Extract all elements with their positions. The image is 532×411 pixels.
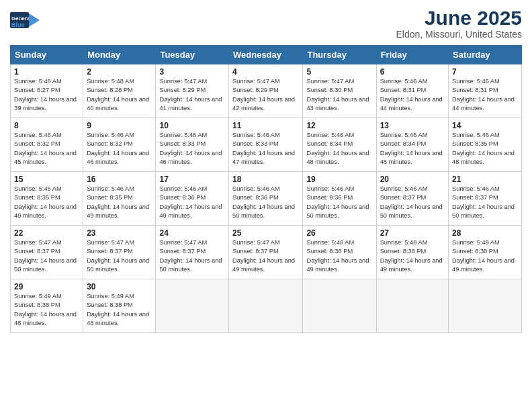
day-cell: 10 Sunrise: 5:46 AM Sunset: 8:33 PM Dayl… [156,118,229,172]
sunset-label: Sunset: 8:37 PM [14,248,60,255]
daylight-label: Daylight: 14 hours and 43 minutes. [306,96,369,111]
day-number: 10 [159,121,225,130]
sunset-label: Sunset: 8:38 PM [14,302,60,308]
day-info: Sunrise: 5:46 AM Sunset: 8:31 PM Dayligh… [452,77,518,113]
daylight-label: Daylight: 14 hours and 49 minutes. [14,203,77,219]
day-info: Sunrise: 5:48 AM Sunset: 8:38 PM Dayligh… [306,238,372,275]
daylight-label: Daylight: 14 hours and 50 minutes. [232,203,295,219]
sunrise-label: Sunrise: 5:47 AM [159,239,207,246]
sunset-label: Sunset: 8:31 PM [380,87,427,93]
day-info: Sunrise: 5:46 AM Sunset: 8:34 PM Dayligh… [306,131,372,167]
day-cell: 9 Sunrise: 5:46 AM Sunset: 8:32 PM Dayli… [83,118,156,172]
day-number: 21 [452,175,518,184]
sunrise-label: Sunrise: 5:46 AM [452,78,500,85]
day-cell: 26 Sunrise: 5:48 AM Sunset: 8:38 PM Dayl… [303,226,376,279]
day-cell: 22 Sunrise: 5:47 AM Sunset: 8:37 PM Dayl… [11,226,83,279]
daylight-label: Daylight: 14 hours and 50 minutes. [14,257,77,273]
sunrise-label: Sunrise: 5:46 AM [452,185,500,192]
sunset-label: Sunset: 8:38 PM [452,248,498,255]
sunset-label: Sunset: 8:37 PM [87,248,133,255]
day-cell: 27 Sunrise: 5:48 AM Sunset: 8:38 PM Dayl… [376,226,448,279]
sunset-label: Sunset: 8:35 PM [14,194,60,201]
sunset-label: Sunset: 8:29 PM [232,87,279,93]
day-cell: 8 Sunrise: 5:46 AM Sunset: 8:32 PM Dayli… [11,118,83,172]
day-number: 12 [306,121,372,130]
daylight-label: Daylight: 14 hours and 47 minutes. [232,150,295,165]
daylight-label: Daylight: 14 hours and 48 minutes. [306,150,369,165]
sunrise-label: Sunrise: 5:47 AM [232,239,280,246]
day-info: Sunrise: 5:46 AM Sunset: 8:36 PM Dayligh… [306,185,372,221]
sunrise-label: Sunrise: 5:46 AM [380,185,428,192]
sunrise-label: Sunrise: 5:49 AM [14,293,62,300]
daylight-label: Daylight: 14 hours and 48 minutes. [14,311,77,326]
daylight-label: Daylight: 14 hours and 48 minutes. [452,150,515,165]
sunset-label: Sunset: 8:34 PM [380,140,427,147]
day-info: Sunrise: 5:46 AM Sunset: 8:33 PM Dayligh… [232,131,299,167]
day-info: Sunrise: 5:46 AM Sunset: 8:34 PM Dayligh… [380,131,445,167]
daylight-label: Daylight: 14 hours and 48 minutes. [380,150,443,165]
day-cell: 6 Sunrise: 5:46 AM Sunset: 8:31 PM Dayli… [376,64,448,118]
day-cell: 14 Sunrise: 5:46 AM Sunset: 8:35 PM Dayl… [449,118,522,172]
sunset-label: Sunset: 8:36 PM [232,194,279,201]
calendar-body: 1 Sunrise: 5:48 AM Sunset: 8:27 PM Dayli… [11,64,522,333]
month-title: June 2025 [396,7,522,29]
sunset-label: Sunset: 8:37 PM [159,248,206,255]
sunrise-label: Sunrise: 5:49 AM [452,239,500,246]
day-number: 25 [232,228,299,238]
day-number: 6 [380,67,445,77]
sunset-label: Sunset: 8:32 PM [14,140,60,147]
day-number: 2 [87,67,152,77]
sunset-label: Sunset: 8:36 PM [159,194,206,201]
day-number: 18 [232,175,299,184]
day-cell: 15 Sunrise: 5:46 AM Sunset: 8:35 PM Dayl… [11,172,83,226]
daylight-label: Daylight: 14 hours and 49 minutes. [306,257,369,273]
sunrise-label: Sunrise: 5:46 AM [159,185,207,192]
logo-icon: General Blue [10,7,40,34]
day-cell: 4 Sunrise: 5:47 AM Sunset: 8:29 PM Dayli… [229,64,303,118]
col-monday: Monday [83,46,156,64]
day-number: 15 [14,175,79,184]
sunset-label: Sunset: 8:28 PM [87,87,133,93]
sunrise-label: Sunrise: 5:47 AM [159,78,207,85]
day-info: Sunrise: 5:46 AM Sunset: 8:35 PM Dayligh… [87,185,152,221]
day-info: Sunrise: 5:49 AM Sunset: 8:38 PM Dayligh… [87,292,152,328]
sunset-label: Sunset: 8:38 PM [380,248,427,255]
day-cell: 13 Sunrise: 5:46 AM Sunset: 8:34 PM Dayl… [376,118,448,172]
daylight-label: Daylight: 14 hours and 46 minutes. [87,150,149,165]
day-number: 28 [452,228,518,238]
logo: General Blue [10,7,40,34]
page-container: General Blue June 2025 Eldon, Missouri, … [0,0,532,340]
daylight-label: Daylight: 14 hours and 49 minutes. [380,257,443,273]
svg-text:General: General [11,15,32,21]
day-number: 4 [232,67,299,77]
day-info: Sunrise: 5:49 AM Sunset: 8:38 PM Dayligh… [14,292,79,328]
day-number: 22 [14,228,79,238]
day-number: 1 [14,67,79,77]
day-info: Sunrise: 5:46 AM Sunset: 8:35 PM Dayligh… [14,185,79,221]
sunset-label: Sunset: 8:30 PM [306,87,353,93]
day-number: 11 [232,121,299,130]
svg-marker-3 [29,13,40,27]
sunset-label: Sunset: 8:38 PM [87,302,133,308]
sunrise-label: Sunrise: 5:46 AM [159,132,207,138]
sunset-label: Sunset: 8:38 PM [306,248,353,255]
sunrise-label: Sunrise: 5:46 AM [232,185,280,192]
sunset-label: Sunset: 8:36 PM [306,194,353,201]
sunset-label: Sunset: 8:29 PM [159,87,206,93]
empty-cell [303,279,376,333]
sunrise-label: Sunrise: 5:46 AM [87,185,134,192]
day-info: Sunrise: 5:47 AM Sunset: 8:29 PM Dayligh… [232,77,299,113]
day-number: 9 [87,121,152,130]
sunrise-label: Sunrise: 5:46 AM [14,185,62,192]
daylight-label: Daylight: 14 hours and 49 minutes. [452,257,515,273]
day-cell: 29 Sunrise: 5:49 AM Sunset: 8:38 PM Dayl… [11,279,83,333]
col-wednesday: Wednesday [229,46,303,64]
daylight-label: Daylight: 14 hours and 49 minutes. [87,203,149,219]
day-cell: 7 Sunrise: 5:46 AM Sunset: 8:31 PM Dayli… [449,64,522,118]
sunrise-label: Sunrise: 5:46 AM [452,132,500,138]
day-info: Sunrise: 5:46 AM Sunset: 8:31 PM Dayligh… [380,77,445,113]
sunrise-label: Sunrise: 5:46 AM [306,185,354,192]
day-cell: 19 Sunrise: 5:46 AM Sunset: 8:36 PM Dayl… [303,172,376,226]
day-number: 20 [380,175,445,184]
day-cell: 1 Sunrise: 5:48 AM Sunset: 8:27 PM Dayli… [11,64,83,118]
